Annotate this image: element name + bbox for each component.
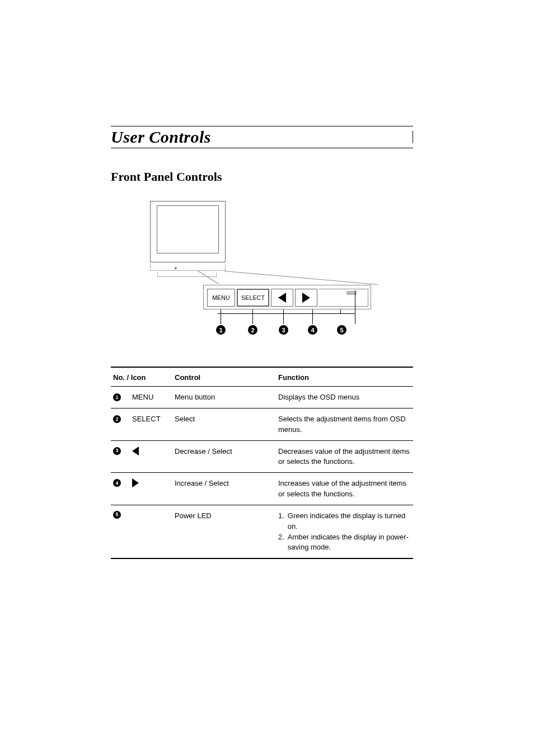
row-control: Power LED [172,505,276,558]
page-content: User Controls Front Panel Controls ▾ MEN… [111,126,413,559]
no-cell: 2 SELECT [113,414,170,425]
table-row: 3 Decrease / Select Decreases value of t… [111,440,413,473]
zoom-line-right [224,271,378,285]
callout-badge-2: 2 [248,325,257,335]
callout-line-5 [355,290,355,324]
callout-bar [218,313,355,314]
row-control: Select [172,408,276,440]
menu-button-label: MENU [212,294,230,301]
function-list: 1. Green indicates the display is turned… [278,511,411,553]
table-row: 4 Increase / Select Increases value of t… [111,473,413,505]
row-icon-text: SELECT [132,414,161,425]
callout-line-3 [283,309,284,324]
panel-zoom-box: MENU SELECT [203,285,371,309]
table-row: 5 Power LED 1. Green indicates the displ… [111,505,413,558]
monitor-marker-icon: ▾ [175,266,177,271]
list-num: 1. [278,511,284,532]
callout-line-5a [340,309,341,313]
increase-button [295,289,317,307]
callout-badge-5: 5 [337,325,346,335]
decrease-button [271,289,293,307]
callout-line-4 [312,309,313,324]
row-function: Decreases value of the adjustment items … [276,440,413,473]
arrow-right-icon [132,478,139,487]
list-text: Green indicates the display is turned on… [288,511,411,532]
row-function: Selects the adjustment items from OSD me… [276,408,413,440]
arrow-left-icon [132,447,139,456]
main-title: User Controls [111,128,211,147]
table-row: 2 SELECT Select Selects the adjustment i… [111,408,413,440]
row-function: 1. Green indicates the display is turned… [276,505,413,558]
row-icon-text: MENU [132,392,153,403]
row-badge: 1 [113,393,121,401]
monitor-screen [157,205,219,253]
list-text: Amber indicates the display in power-sav… [288,532,411,553]
menu-button: MENU [207,289,235,307]
row-badge: 5 [113,511,121,519]
callout-line-2 [252,309,253,324]
monitor-panel [150,264,226,271]
list-item: 1. Green indicates the display is turned… [278,511,411,532]
callout-badge-4: 4 [308,325,317,335]
no-cell: 3 [113,447,170,456]
row-function: Displays the OSD menus [276,387,413,408]
list-num: 2. [278,532,284,553]
row-function: Increases value of the adjustment items … [276,473,413,505]
title-end-mark [413,131,413,143]
header-no: No. / Icon [111,367,172,387]
select-button: SELECT [237,289,269,307]
table-row: 1 MENU Menu button Displays the OSD menu… [111,387,413,408]
row-badge: 4 [113,479,121,487]
title-row: User Controls [111,128,413,148]
table-header-row: No. / Icon Control Function [111,367,413,387]
row-control: Increase / Select [172,473,276,505]
callout-badge-1: 1 [216,325,226,335]
header-function: Function [276,367,413,387]
subtitle: Front Panel Controls [111,170,413,184]
select-button-label: SELECT [241,294,265,301]
no-cell: 4 [113,478,170,487]
row-badge: 3 [113,447,121,455]
row-control: Decrease / Select [172,440,276,473]
arrow-left-icon [278,293,286,303]
callout-line-1 [221,309,221,324]
front-panel-diagram: ▾ MENU SELECT [150,201,374,346]
row-badge: 2 [113,415,121,423]
arrow-right-icon [302,293,310,303]
list-item: 2. Amber indicates the display in power-… [278,532,411,553]
callout-badge-3: 3 [279,325,288,335]
no-cell: 1 MENU [113,392,170,403]
row-control: Menu button [172,387,276,408]
panel-zoom-buttons: MENU SELECT [207,289,368,307]
led-area [319,289,368,307]
rule-top [111,126,413,126]
controls-table: No. / Icon Control Function 1 MENU Menu … [111,367,413,559]
no-cell: 5 [113,511,170,519]
header-control: Control [172,367,276,387]
